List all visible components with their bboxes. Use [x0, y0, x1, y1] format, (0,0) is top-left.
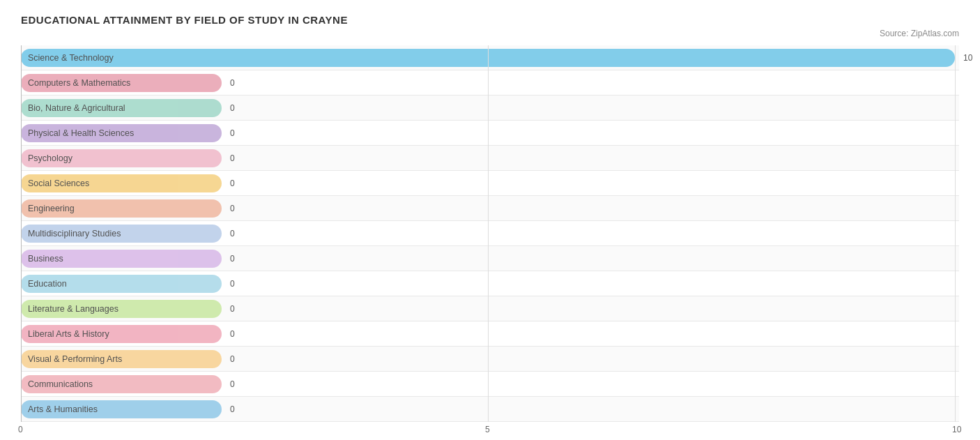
bar-value: 0 [230, 279, 235, 289]
bar-label: Visual & Performing Arts [28, 354, 122, 364]
bar-row: Visual & Performing Arts0 [21, 347, 959, 372]
bar-label: Communications [28, 379, 93, 389]
x-axis-label: 10 [952, 425, 961, 434]
bar-row: Psychology0 [21, 146, 959, 171]
bar-label: Psychology [28, 153, 72, 163]
bar-row: Education0 [21, 271, 959, 296]
bar-value: 0 [230, 78, 235, 88]
bar-label: Science & Technology [28, 53, 114, 63]
x-axis-labels: 0510 [21, 425, 959, 439]
bar-row: Business0 [21, 246, 959, 271]
bar-label: Engineering [28, 204, 75, 213]
source-label: Source: ZipAtlas.com [21, 29, 959, 38]
bar-label: Education [28, 279, 67, 289]
bar-value: 0 [230, 404, 235, 414]
bar-value: 0 [230, 329, 235, 339]
bar-row: Computers & Mathematics0 [21, 70, 959, 96]
bar-value: 0 [230, 179, 235, 188]
bar-row: Bio, Nature & Agricultural0 [21, 96, 959, 121]
bar-row: Communications0 [21, 372, 959, 397]
bar-label: Bio, Nature & Agricultural [28, 103, 125, 113]
bar-value: 0 [230, 304, 235, 314]
bar-value: 0 [230, 254, 235, 264]
chart-area: Science & Technology10Computers & Mathem… [21, 45, 959, 439]
x-axis-label: 5 [485, 425, 490, 434]
bar-value: 10 [963, 53, 972, 63]
bar-row: Social Sciences0 [21, 171, 959, 196]
bar-row: Physical & Health Sciences0 [21, 121, 959, 146]
bar-label: Multidisciplinary Studies [28, 229, 121, 238]
bar-value: 0 [230, 379, 235, 389]
page-container: EDUCATIONAL ATTAINMENT BY FIELD OF STUDY… [21, 14, 959, 439]
bar-value: 0 [230, 128, 235, 138]
bar-label: Business [28, 254, 63, 264]
bar-value: 0 [230, 354, 235, 364]
bar-label: Arts & Humanities [28, 404, 98, 414]
x-axis-label: 0 [18, 425, 23, 434]
bar-value: 0 [230, 153, 235, 163]
bar-label: Literature & Languages [28, 304, 118, 314]
bar-row: Science & Technology10 [21, 45, 959, 70]
chart-title: EDUCATIONAL ATTAINMENT BY FIELD OF STUDY… [21, 14, 959, 26]
bar-value: 0 [230, 229, 235, 238]
bar-row: Literature & Languages0 [21, 296, 959, 321]
bar-label: Liberal Arts & History [28, 329, 109, 339]
bar-row: Liberal Arts & History0 [21, 321, 959, 347]
bar-label: Social Sciences [28, 179, 89, 188]
bar-row: Arts & Humanities0 [21, 397, 959, 422]
bar-row: Engineering0 [21, 196, 959, 221]
bar-label: Physical & Health Sciences [28, 128, 134, 138]
bar-row: Multidisciplinary Studies0 [21, 221, 959, 246]
bar-label: Computers & Mathematics [28, 78, 130, 88]
bar-value: 0 [230, 204, 235, 213]
x-axis: 0510 [21, 425, 959, 439]
bar-value: 0 [230, 103, 235, 113]
rows-wrapper: Science & Technology10Computers & Mathem… [21, 45, 959, 422]
